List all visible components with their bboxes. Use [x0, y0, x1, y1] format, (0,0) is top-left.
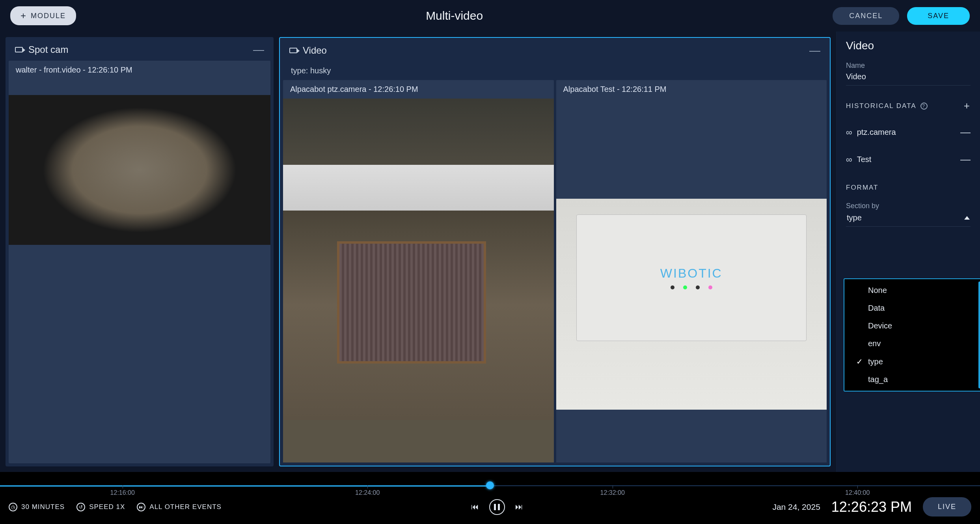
canvas-area: Spot cam — walter - front.video - 12:26:…	[0, 32, 836, 472]
feed-label: walter - front.video - 12:26:10 PM	[9, 61, 270, 79]
timeline-progress	[0, 485, 490, 487]
timeline-right-controls: Jan 24, 2025 12:26:23 PM LIVE	[772, 497, 971, 517]
dropdown-scrollbar[interactable]	[978, 282, 980, 388]
timeline-date: Jan 24, 2025	[772, 502, 820, 512]
section-by-select[interactable]: type	[846, 210, 971, 227]
range-label: 30 MINUTES	[21, 503, 65, 511]
timeline-tick: 12:32:00	[490, 489, 735, 496]
timeline-tick: 12:40:00	[735, 489, 980, 496]
wibotic-leds	[671, 285, 712, 289]
dropdown-option-label: Data	[868, 304, 885, 313]
dropdown-option-none[interactable]: None	[844, 282, 980, 299]
check-icon: ✓	[856, 357, 863, 366]
skip-forward-button[interactable]: ⏭	[515, 502, 523, 511]
save-button[interactable]: SAVE	[907, 7, 970, 25]
skip-back-button[interactable]: ⏮	[471, 502, 479, 511]
speed-button[interactable]: ↺ SPEED 1X	[76, 503, 125, 511]
type-section-label: type: husky	[283, 62, 827, 80]
timeline-handle[interactable]	[486, 481, 494, 489]
header-actions: CANCEL SAVE	[833, 7, 970, 25]
timeline-tick: 12:16:00	[0, 489, 245, 496]
feed-label: Alpacabot ptz.camera - 12:26:10 PM	[283, 80, 554, 99]
module-button[interactable]: + MODULE	[10, 6, 76, 25]
panel-video[interactable]: Video — type: husky Alpacabot ptz.camera…	[279, 37, 831, 466]
timeline-track[interactable]: 12:16:00 12:24:00 12:32:00 12:40:00	[0, 477, 980, 495]
section-by-dropdown: None Data Device env ✓type tag_a	[844, 278, 980, 392]
historical-data-label: HISTORICAL DATA	[846, 102, 917, 110]
name-label: Name	[846, 62, 971, 70]
hd-item-label: Test	[857, 155, 872, 164]
dropdown-option-type[interactable]: ✓type	[844, 352, 980, 371]
camera-icon	[289, 48, 297, 53]
infinity-icon: ∞	[846, 155, 852, 165]
feed-spot: walter - front.video - 12:26:10 PM	[9, 61, 270, 463]
header: + MODULE Multi-video CANCEL SAVE	[0, 0, 980, 32]
dropdown-option-data[interactable]: Data	[844, 299, 980, 317]
section-by-label: Section by	[846, 202, 971, 210]
feed-image	[283, 99, 554, 462]
page-title: Multi-video	[426, 9, 483, 22]
dropdown-option-tag-a[interactable]: tag_a	[844, 371, 980, 388]
timeline-time: 12:26:23 PM	[831, 499, 912, 515]
add-historical-data-icon[interactable]: +	[964, 100, 971, 112]
pause-button[interactable]	[489, 499, 505, 515]
cancel-button[interactable]: CANCEL	[833, 7, 899, 25]
feed-image: WIBOTIC	[556, 99, 827, 462]
timeline: 12:16:00 12:24:00 12:32:00 12:40:00 ◷ 30…	[0, 472, 980, 524]
module-button-label: MODULE	[31, 12, 66, 20]
dropdown-option-env[interactable]: env	[844, 335, 980, 352]
dropdown-option-label: type	[868, 357, 883, 366]
name-input[interactable]: Video	[846, 70, 971, 86]
minimize-icon[interactable]: —	[253, 43, 264, 56]
timeline-ticks: 12:16:00 12:24:00 12:32:00 12:40:00	[0, 489, 980, 496]
feed-label: Alpacabot Test - 12:26:11 PM	[556, 80, 827, 99]
format-header: FORMAT	[846, 177, 971, 195]
historical-data-item[interactable]: ∞Test —	[846, 149, 971, 170]
clock-icon: ◷	[9, 503, 17, 511]
live-button[interactable]: LIVE	[923, 497, 971, 517]
skip-forward-icon: ⏭	[137, 503, 145, 511]
hd-item-label: ptz.camera	[857, 128, 896, 137]
feed-test: Alpacabot Test - 12:26:11 PM WIBOTIC	[556, 80, 827, 462]
panel-spot-cam[interactable]: Spot cam — walter - front.video - 12:26:…	[6, 37, 274, 466]
dropdown-option-label: env	[868, 339, 881, 348]
plus-icon: +	[20, 10, 27, 21]
minimize-icon[interactable]: —	[809, 44, 820, 57]
remove-icon[interactable]: —	[960, 153, 971, 166]
panel-header: Video —	[280, 38, 830, 62]
panel-header: Spot cam —	[6, 37, 274, 61]
replay-icon: ↺	[76, 503, 85, 511]
wibotic-logo: WIBOTIC	[660, 266, 723, 281]
timeline-tick: 12:24:00	[245, 489, 490, 496]
feed-image-fisheye	[9, 95, 270, 245]
section-by-value: type	[847, 213, 862, 222]
panel-title: Spot cam	[28, 44, 68, 55]
pause-icon	[494, 504, 500, 510]
dropdown-option-label: Device	[868, 321, 892, 330]
dropdown-option-label: tag_a	[868, 375, 888, 384]
sidebar: Video Name Video HISTORICAL DATA ? + ∞pt…	[836, 32, 980, 472]
panel-title: Video	[303, 45, 327, 56]
playback-controls: ⏮ ⏭	[471, 499, 523, 515]
wibotic-device: WIBOTIC	[576, 214, 807, 341]
sidebar-title: Video	[846, 39, 971, 52]
events-label: ALL OTHER EVENTS	[149, 503, 222, 511]
historical-data-item[interactable]: ∞ptz.camera —	[846, 122, 971, 142]
dropdown-option-label: None	[868, 286, 887, 295]
caret-up-icon	[964, 216, 970, 220]
speed-label: SPEED 1X	[89, 503, 125, 511]
range-button[interactable]: ◷ 30 MINUTES	[9, 503, 65, 511]
remove-icon[interactable]: —	[960, 126, 971, 138]
camera-icon	[15, 47, 23, 52]
historical-data-header: HISTORICAL DATA ? +	[846, 93, 971, 115]
dropdown-option-device[interactable]: Device	[844, 317, 980, 335]
format-label: FORMAT	[846, 184, 879, 192]
infinity-icon: ∞	[846, 127, 852, 138]
info-icon[interactable]: ?	[920, 103, 928, 110]
feed-ptz-camera: Alpacabot ptz.camera - 12:26:10 PM	[283, 80, 554, 462]
events-button[interactable]: ⏭ ALL OTHER EVENTS	[137, 503, 222, 511]
timeline-left-controls: ◷ 30 MINUTES ↺ SPEED 1X ⏭ ALL OTHER EVEN…	[9, 503, 222, 511]
